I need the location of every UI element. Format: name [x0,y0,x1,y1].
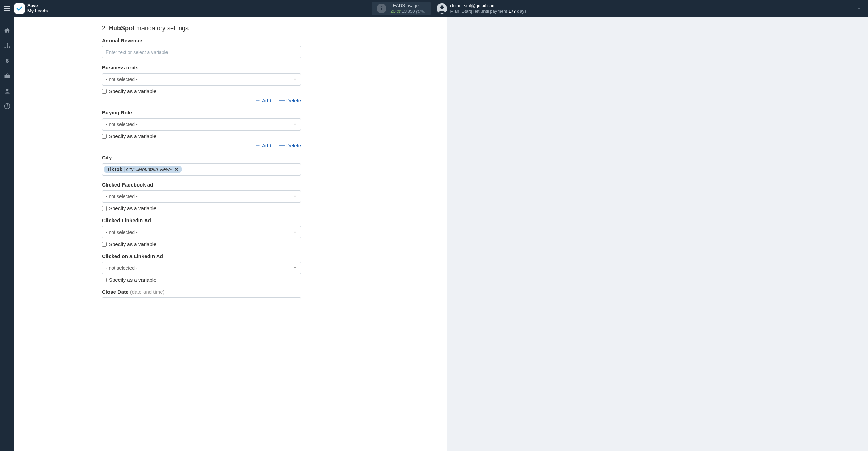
tag-city-tiktok: TikTok | city: «Mountain View» ✕ [104,166,182,173]
svg-point-1 [440,5,444,9]
label-city: City [102,155,301,160]
checkbox-br-specify-input[interactable] [102,134,107,139]
delete-button-bu[interactable]: —Delete [279,98,301,103]
account-caret-icon[interactable] [856,5,862,12]
checkbox-onli-specify-input[interactable] [102,278,107,282]
checkbox-label: Specify as a variable [109,241,156,247]
account-block[interactable]: demo_sml@gmail.com Plan |Start| left unt… [437,3,527,14]
svg-rect-2 [7,43,8,44]
checkbox-br-specify[interactable]: Specify as a variable [102,133,301,139]
field-buying-role: Buying Role - not selected - Specify as … [102,110,301,148]
checkbox-li-specify-input[interactable] [102,242,107,247]
user-icon[interactable] [3,87,11,95]
field-clicked-fb: Clicked Facebook ad - not selected - Spe… [102,182,301,211]
field-clicked-on-li: Clicked on a LinkedIn Ad - not selected … [102,253,301,283]
avatar-icon [437,3,447,14]
help-icon[interactable]: ? [3,102,11,110]
svg-text:$: $ [6,58,9,64]
chevron-down-icon [293,229,297,235]
field-clicked-li: Clicked LinkedIn Ad - not selected - Spe… [102,217,301,247]
checkbox-onli-specify[interactable]: Specify as a variable [102,277,301,283]
label-clicked-fb: Clicked Facebook ad [102,182,301,188]
info-icon: i [377,4,386,13]
svg-rect-5 [9,47,10,48]
checkbox-fb-specify[interactable]: Specify as a variable [102,205,301,211]
field-business-units: Business units - not selected - Specify … [102,65,301,103]
checkbox-label: Specify as a variable [109,133,156,139]
add-button-bu[interactable]: ＋Add [255,98,271,103]
dollar-icon[interactable]: $ [3,57,11,65]
input-annual-revenue[interactable] [102,46,301,58]
svg-point-8 [6,89,9,91]
field-annual-revenue: Annual Revenue [102,37,301,58]
svg-rect-7 [5,75,10,78]
label-clicked-li: Clicked LinkedIn Ad [102,217,301,223]
checkbox-bu-specify[interactable]: Specify as a variable [102,88,301,94]
usage-text: LEADS usage: 20 of 13'850 (0%) [390,3,425,14]
account-text: demo_sml@gmail.com Plan |Start| left unt… [450,3,527,14]
usage-box[interactable]: i LEADS usage: 20 of 13'850 (0%) [372,2,430,15]
tag-remove-icon[interactable]: ✕ [174,167,179,172]
sidebar: $ ? [0,17,14,451]
section-title: 2. HubSpot mandatory settings [102,25,301,32]
field-city: City TikTok | city: «Mountain View» ✕ [102,155,301,176]
flow-icon[interactable] [3,42,11,49]
label-annual-revenue: Annual Revenue [102,37,301,43]
svg-rect-4 [7,47,8,48]
briefcase-icon[interactable] [3,72,11,80]
select-business-units[interactable]: - not selected - [102,73,301,86]
app-logo[interactable]: Save My Leads. [14,3,49,14]
logo-icon [14,3,25,14]
checkbox-bu-specify-input[interactable] [102,89,107,94]
chevron-down-icon [293,122,297,127]
home-icon[interactable] [3,27,11,34]
checkbox-fb-specify-input[interactable] [102,206,107,211]
svg-text:?: ? [6,104,8,108]
select-clicked-on-li[interactable]: - not selected - [102,262,301,274]
chevron-down-icon [293,77,297,82]
chevron-down-icon [293,194,297,200]
menu-button[interactable] [0,0,14,17]
topbar: Save My Leads. i LEADS usage: 20 of 13'8… [0,0,868,17]
label-close-date: Close Date (date and time) [102,289,301,295]
select-close-date[interactable] [102,297,301,299]
checkbox-li-specify[interactable]: Specify as a variable [102,241,301,247]
input-city[interactable]: TikTok | city: «Mountain View» ✕ [102,163,301,176]
label-clicked-on-li: Clicked on a LinkedIn Ad [102,253,301,259]
add-button-br[interactable]: ＋Add [255,143,271,148]
select-clicked-fb[interactable]: - not selected - [102,190,301,203]
label-business-units: Business units [102,65,301,70]
select-clicked-li[interactable]: - not selected - [102,226,301,238]
select-buying-role[interactable]: - not selected - [102,118,301,131]
checkbox-label: Specify as a variable [109,88,156,94]
delete-button-br[interactable]: —Delete [279,143,301,148]
label-buying-role: Buying Role [102,110,301,115]
field-close-date: Close Date (date and time) [102,289,301,299]
logo-text: Save My Leads. [27,3,49,14]
main-panel: 2. HubSpot mandatory settings Annual Rev… [14,17,447,451]
checkbox-label: Specify as a variable [109,205,156,211]
checkbox-label: Specify as a variable [109,277,156,283]
chevron-down-icon [293,265,297,271]
svg-rect-3 [5,47,6,48]
